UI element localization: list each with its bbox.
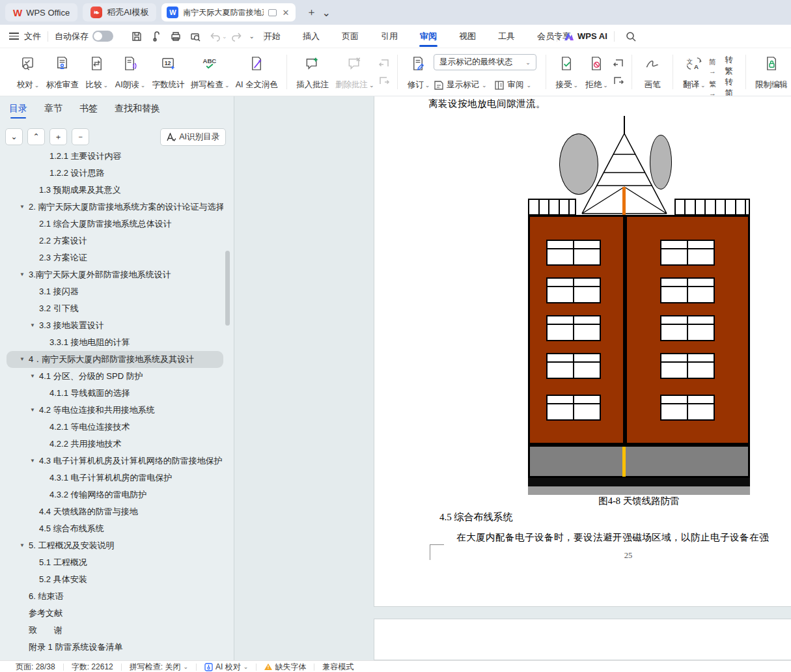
toc-item[interactable]: ▼附录 1 防雷系统设备清单 <box>7 639 223 656</box>
float-window-icon[interactable] <box>268 9 277 16</box>
status-page[interactable]: 页面: 28/38 <box>8 662 63 672</box>
zoom-in-button[interactable]: ＋ <box>49 128 67 145</box>
previous-revision-icon[interactable] <box>613 58 624 68</box>
toc-item[interactable]: ▼致 谢 <box>7 622 223 639</box>
undo-dropdown-icon[interactable]: ⌄ <box>222 33 227 40</box>
to-simplified-button[interactable]: 繁→ 转简 <box>709 77 740 96</box>
sidebar-tab-2[interactable]: 章节 <box>44 96 62 121</box>
next-revision-icon[interactable] <box>613 76 624 86</box>
menu-tab-6[interactable]: 视图 <box>448 25 487 48</box>
toc-item[interactable]: ▼3.1 接闪器 <box>7 283 223 300</box>
toc-item[interactable]: ▼5.2 具体安装 <box>7 571 223 588</box>
markup-state-dropdown[interactable]: 显示标记的最终状态⌄ <box>434 54 536 70</box>
toc-item[interactable]: ▼2. 南宁天际大厦防雷接地系统方案的设计论证与选择 <box>7 199 223 216</box>
sidebar-tab-4[interactable]: 查找和替换 <box>115 96 160 121</box>
insert-comment-button[interactable]: 插入批注 <box>293 51 332 92</box>
toc-item[interactable]: ▼4.2 等电位连接和共用接地系统 <box>7 402 223 419</box>
previous-comment-icon[interactable] <box>378 58 390 68</box>
reject-button[interactable]: 拒绝⌄ <box>582 51 612 92</box>
status-spellcheck[interactable]: 拼写检查: 关闭⌄ <box>122 662 196 672</box>
file-menu[interactable]: 文件 <box>24 31 41 42</box>
autosave-toggle[interactable] <box>92 31 113 42</box>
chevron-down-icon[interactable]: ▼ <box>30 402 39 419</box>
toc-item[interactable]: ▼2.2 方案设计 <box>7 232 223 249</box>
toc-item[interactable]: ▼3.3 接地装置设计 <box>7 317 223 334</box>
document-page-1[interactable]: 离装设按地放电间隙泄流。 <box>374 96 791 607</box>
export-pdf-icon[interactable] <box>150 31 162 42</box>
delete-comment-button[interactable]: 删除批注⌄ <box>332 51 377 92</box>
menu-tab-1[interactable]: 开始 <box>253 25 292 48</box>
toc-item[interactable]: ▼2.1 综合大厦防雷接地系统总体设计 <box>7 216 223 232</box>
revise-button[interactable]: 修订⌄ <box>404 51 434 92</box>
tab-list-dropdown-icon[interactable]: ⌄ <box>322 7 330 19</box>
new-tab-button[interactable]: ＋ <box>306 6 316 20</box>
toc-item[interactable]: ▼4.3 电子计算机机房及计算机网络的防雷接地保护 <box>7 453 223 469</box>
status-compat-mode[interactable]: 兼容模式 <box>314 662 361 672</box>
to-traditional-button[interactable]: 简→ 转繁 <box>709 55 740 77</box>
chevron-down-icon[interactable]: ▼ <box>20 537 29 554</box>
search-icon[interactable] <box>625 31 637 42</box>
next-comment-icon[interactable] <box>378 76 390 86</box>
toc-item[interactable]: ▼4．南宁天际大厦内部防雷接地系统及其设计 <box>7 351 223 368</box>
toc-item[interactable]: ▼1.3 预期成果及其意义 <box>7 182 223 199</box>
hamburger-menu-icon[interactable] <box>9 33 19 40</box>
ai-polish-button[interactable]: AI 全文润色 <box>232 51 281 92</box>
standard-review-button[interactable]: 标准审查 <box>43 51 82 92</box>
toc-item[interactable]: ▼4.1.1 导线截面的选择 <box>7 385 223 402</box>
save-icon[interactable] <box>131 31 143 42</box>
document-page-2[interactable] <box>374 619 791 660</box>
chevron-down-icon[interactable]: ▼ <box>20 351 29 368</box>
chevron-down-icon[interactable]: ▼ <box>20 266 29 283</box>
chevron-down-icon[interactable]: ▼ <box>30 317 39 334</box>
ai-read-button[interactable]: AI朗读⌄ <box>112 51 149 92</box>
toc-item[interactable]: ▼4.1 分区、分级的 SPD 防护 <box>7 368 223 385</box>
tab-wps-office[interactable]: W WPS Office <box>5 3 77 21</box>
spell-check-button[interactable]: ABC 拼写检查⌄ <box>187 51 232 92</box>
toc-item[interactable]: ▼1.2.2 设计思路 <box>7 165 223 182</box>
wps-ai-button[interactable]: WPS AI <box>564 31 607 41</box>
toc-item[interactable]: ▼4.2.1 等电位连接技术 <box>7 419 223 436</box>
toc-item[interactable]: ▼5.1 工程概况 <box>7 554 223 571</box>
menu-tab-7[interactable]: 工具 <box>487 25 526 48</box>
toc-item[interactable]: ▼4.3.2 传输网络的雷电防护 <box>7 486 223 503</box>
toc-item[interactable]: ▼3.南宁天际大厦外部防雷接地系统设计 <box>7 266 223 283</box>
toc-item[interactable]: ▼4.4 天馈线路的防雷与接地 <box>7 503 223 520</box>
toc-item[interactable]: ▼4.2.2 共用接地技术 <box>7 436 223 453</box>
redo-icon[interactable] <box>231 31 243 42</box>
review-pane-button[interactable]: 审阅⌄ <box>494 79 531 91</box>
toc-item[interactable]: ▼3.3.1 接地电阻的计算 <box>7 334 223 351</box>
toc-item[interactable]: ▼4.5 综合布线系统 <box>7 520 223 537</box>
accept-button[interactable]: 接受⌄ <box>552 51 582 92</box>
tab-current-document[interactable]: W 南宁天际大夏防雷接地系统设 ✕ <box>161 3 296 21</box>
sidebar-tab-1[interactable]: 目录 <box>9 96 27 121</box>
sidebar-tab-3[interactable]: 书签 <box>79 96 98 121</box>
menu-tab-3[interactable]: 页面 <box>331 25 370 48</box>
expand-all-button[interactable]: ⌃ <box>27 128 45 145</box>
toc-item[interactable]: ▼6. 结束语 <box>7 588 223 605</box>
toc-item[interactable]: ▼3.2 引下线 <box>7 300 223 317</box>
translate-button[interactable]: 文A 翻译⌄ <box>679 51 709 92</box>
zoom-out-button[interactable]: － <box>72 128 89 145</box>
toc-item[interactable]: ▼参考文献 <box>7 605 223 622</box>
collapse-all-button[interactable]: ⌄ <box>5 128 23 145</box>
status-missing-font[interactable]: 缺失字体 <box>257 662 314 672</box>
status-ai-proofread[interactable]: AI 校对⌄ <box>197 662 256 672</box>
proofread-button[interactable]: 校对⌄ <box>13 51 43 92</box>
close-icon[interactable]: ✕ <box>281 8 291 18</box>
chevron-down-icon[interactable]: ▼ <box>20 199 29 216</box>
pen-button[interactable]: 画笔 <box>638 51 667 92</box>
toc-item[interactable]: ▼2.3 方案论证 <box>7 249 223 266</box>
sidebar-scrollbar[interactable] <box>225 251 230 326</box>
menu-tab-2[interactable]: 插入 <box>292 25 331 48</box>
show-markup-button[interactable]: 显示标记⌄ <box>434 79 487 91</box>
chevron-down-icon[interactable]: ▼ <box>30 453 39 469</box>
compare-button[interactable]: 比较⌄ <box>82 51 112 92</box>
toc-item[interactable]: ▼4.3.1 电子计算机机房的雷电保护 <box>7 469 223 486</box>
menu-tab-5[interactable]: 审阅 <box>409 25 448 48</box>
print-preview-icon[interactable] <box>189 31 201 42</box>
menu-tab-4[interactable]: 引用 <box>370 25 409 48</box>
toc-item[interactable]: ▼5. 工程概况及安装说明 <box>7 537 223 554</box>
status-word-count[interactable]: 字数: 22612 <box>64 662 121 672</box>
restrict-edit-button[interactable]: 限制编辑 <box>752 51 791 92</box>
toc-item[interactable]: ▼1.2.1 主要设计内容 <box>7 152 223 165</box>
